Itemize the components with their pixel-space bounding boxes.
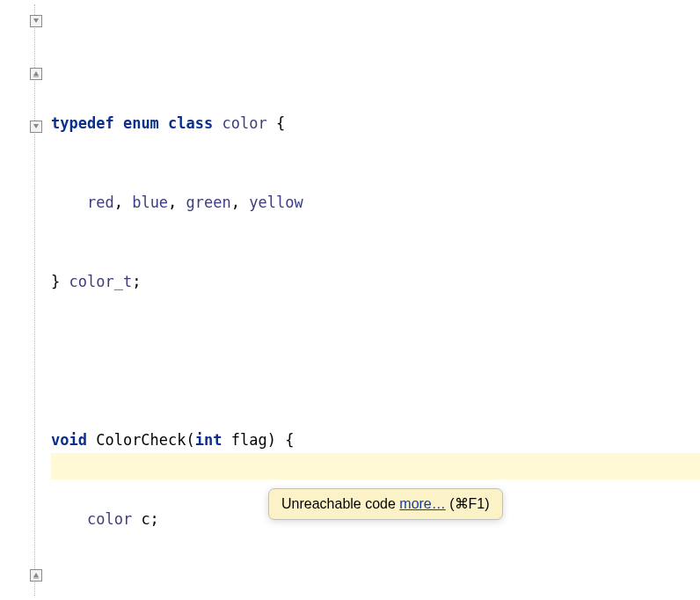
fold-toggle-icon[interactable] [30, 68, 42, 80]
code-line[interactable] [51, 585, 700, 600]
fold-guide-line [34, 4, 35, 596]
tooltip-shortcut: (⌘F1) [446, 496, 490, 511]
tooltip-more-link[interactable]: more… [399, 496, 445, 511]
code-line[interactable]: typedef enum class color { [51, 110, 700, 136]
fold-toggle-icon[interactable] [30, 15, 42, 27]
gutter [0, 4, 51, 596]
code-editor[interactable]: typedef enum class color { red, blue, gr… [0, 0, 700, 600]
fold-toggle-icon[interactable] [30, 121, 42, 133]
code-line[interactable]: red, blue, green, yellow [51, 189, 700, 216]
current-line-highlight [51, 453, 700, 479]
code-line[interactable]: } color_t; [51, 268, 700, 295]
code-line[interactable]: void ColorCheck(int flag) { [51, 427, 700, 453]
fold-toggle-icon[interactable] [30, 569, 42, 582]
code-line[interactable] [51, 348, 700, 374]
inspection-tooltip: Unreachable code more… (⌘F1) [268, 488, 503, 520]
tooltip-message: Unreachable code [281, 496, 399, 511]
